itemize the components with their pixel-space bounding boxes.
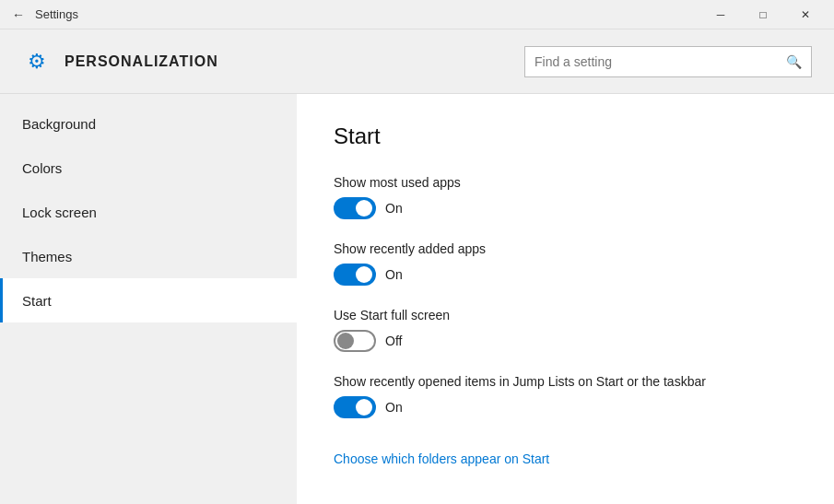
choose-folders-link[interactable]: Choose which folders appear on Start (334, 451, 549, 466)
toggle-state-1: On (385, 267, 403, 282)
setting-label-2: Use Start full screen (334, 308, 797, 322)
toggle-state-3: On (385, 400, 403, 415)
back-icon: ← (12, 7, 25, 22)
setting-label-0: Show most used apps (334, 175, 797, 190)
setting-label-1: Show recently added apps (334, 241, 797, 256)
sidebar: Background Colors Lock screen Themes Sta… (0, 94, 297, 504)
main-content: Background Colors Lock screen Themes Sta… (0, 94, 834, 504)
toggle-state-0: On (385, 201, 403, 216)
app-title: PERSONALIZATION (65, 53, 524, 70)
maximize-button[interactable]: □ (742, 0, 784, 29)
setting-recently-added: Show recently added apps On (334, 241, 797, 286)
window-title: Settings (35, 7, 699, 21)
toggle-state-2: Off (385, 334, 402, 348)
settings-content: Start Show most used apps On Show recent… (297, 94, 834, 504)
toggle-row-3: On (334, 396, 797, 418)
setting-show-most-used: Show most used apps On (334, 175, 797, 219)
search-icon: 🔍 (786, 54, 802, 69)
gear-icon: ⚙ (22, 47, 52, 76)
app-header: ⚙ PERSONALIZATION 🔍 (0, 29, 834, 94)
setting-jump-lists: Show recently opened items in Jump Lists… (334, 374, 797, 418)
toggle-thumb-1 (356, 266, 372, 283)
toggle-2[interactable] (334, 330, 376, 352)
minimize-button[interactable]: ─ (699, 0, 742, 29)
toggle-0[interactable] (334, 197, 376, 219)
sidebar-item-background[interactable]: Background (0, 101, 297, 146)
toggle-row-2: Off (334, 330, 797, 352)
toggle-thumb-3 (356, 399, 372, 416)
title-bar: ← Settings ─ □ ✕ (0, 0, 834, 29)
window-controls: ─ □ ✕ (699, 0, 827, 29)
search-input[interactable] (534, 54, 786, 69)
sidebar-item-colors[interactable]: Colors (0, 146, 297, 190)
close-button[interactable]: ✕ (784, 0, 827, 29)
sidebar-item-lock-screen[interactable]: Lock screen (0, 190, 297, 234)
search-box: 🔍 (524, 46, 812, 77)
toggle-row-0: On (334, 197, 797, 219)
toggle-3[interactable] (334, 396, 376, 418)
toggle-thumb-2 (337, 333, 354, 349)
toggle-1[interactable] (334, 264, 376, 286)
toggle-thumb-0 (356, 200, 372, 217)
sidebar-item-themes[interactable]: Themes (0, 234, 297, 278)
back-button[interactable]: ← (7, 4, 29, 26)
toggle-row-1: On (334, 264, 797, 286)
sidebar-item-start[interactable]: Start (0, 278, 297, 322)
setting-label-3: Show recently opened items in Jump Lists… (334, 374, 797, 389)
setting-full-screen: Use Start full screen Off (334, 308, 797, 352)
page-title: Start (334, 123, 797, 149)
